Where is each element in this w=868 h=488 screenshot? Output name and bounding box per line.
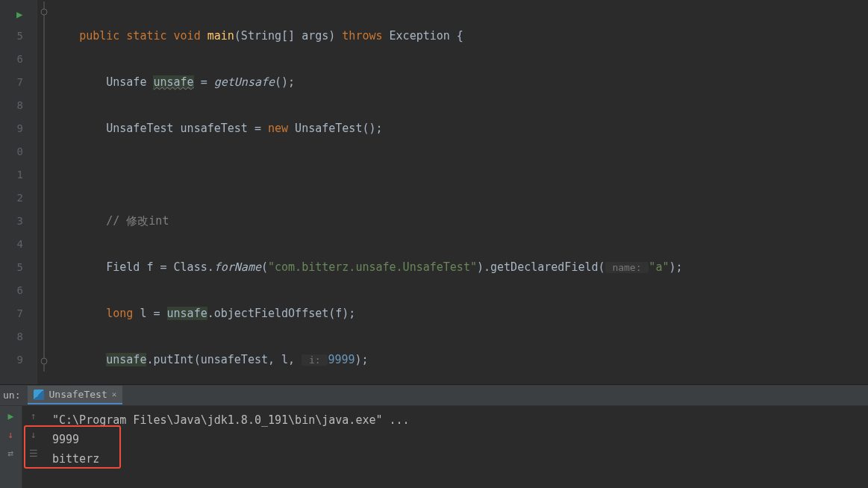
line-number: 8 xyxy=(0,325,23,348)
line-number: 5 xyxy=(0,256,23,279)
code-line: long l = unsafe.objectFieldOffset(f); xyxy=(52,302,868,325)
close-icon[interactable]: ✕ xyxy=(112,390,117,399)
line-number: 8 xyxy=(0,94,23,117)
svg-point-3 xyxy=(41,358,47,364)
line-number: 2 xyxy=(0,187,23,210)
method-separator xyxy=(39,1,49,372)
console-line: 9999 xyxy=(52,430,861,449)
code-line: unsafe.putInt(unsafeTest, l, i: 9999); xyxy=(52,348,868,372)
code-line: public static void main(String[] args) t… xyxy=(52,25,868,48)
code-line xyxy=(52,163,868,187)
wrap-icon[interactable]: ☰ xyxy=(29,448,38,459)
run-tab-label: UnsafeTest xyxy=(49,389,107,400)
line-number: 9 xyxy=(0,117,23,140)
line-number: 9 xyxy=(0,348,23,372)
run-label: un: xyxy=(3,390,20,401)
code-line: // 修改int xyxy=(52,210,868,233)
line-number: 6 xyxy=(0,279,23,302)
app-icon xyxy=(34,390,44,400)
line-gutter: ▶ 5 6 7 8 9 0 1 2 3 4 5 6 7 8 9 xyxy=(0,0,37,384)
up-icon[interactable]: ↑ xyxy=(31,410,37,422)
line-number: 3 xyxy=(0,210,23,233)
stop-icon[interactable]: ↓ xyxy=(8,429,14,440)
line-number: 7 xyxy=(0,302,23,325)
rerun-icon[interactable]: ▶ xyxy=(8,410,14,422)
console-line: "C:\Program Files\Java\jdk1.8.0_191\bin\… xyxy=(52,410,861,430)
code-line: UnsafeTest unsafeTest = new UnsafeTest()… xyxy=(52,117,868,140)
console-line: bitterz xyxy=(52,449,861,469)
console-output[interactable]: "C:\Program Files\Java\jdk1.8.0_191\bin\… xyxy=(45,406,868,488)
line-number: 0 xyxy=(0,140,23,163)
line-number: 1 xyxy=(0,163,23,187)
run-tab[interactable]: UnsafeTest ✕ xyxy=(28,386,122,404)
code-line: Unsafe unsafe = getUnsafe(); xyxy=(52,71,868,94)
console-toolbar-right: ↑ ↓ ☰ xyxy=(22,406,45,488)
line-number: 6 xyxy=(0,48,23,71)
down-icon[interactable]: ↓ xyxy=(31,429,37,440)
console-toolbar-left: ▶ ↓ ⇄ xyxy=(0,406,22,488)
svg-point-1 xyxy=(41,9,47,15)
editor-area: ▶ 5 6 7 8 9 0 1 2 3 4 5 6 7 8 9 public s… xyxy=(0,0,868,384)
line-number: 5 xyxy=(0,25,23,48)
line-number: 4 xyxy=(0,233,23,256)
run-gutter-icon[interactable]: ▶ xyxy=(16,3,22,26)
console-body: ▶ ↓ ⇄ ↑ ↓ ☰ "C:\Program Files\Java\jdk1.… xyxy=(0,406,868,488)
run-tab-bar: un: UnsafeTest ✕ xyxy=(0,385,868,406)
code-editor[interactable]: public static void main(String[] args) t… xyxy=(37,0,868,384)
code-line: Field f = Class.forName("com.bitterz.uns… xyxy=(52,256,868,279)
layout-icon[interactable]: ⇄ xyxy=(8,448,14,459)
line-number: 7 xyxy=(0,71,23,94)
run-tool-window: un: UnsafeTest ✕ ▶ ↓ ⇄ ↑ ↓ ☰ "C:\Program… xyxy=(0,384,868,488)
